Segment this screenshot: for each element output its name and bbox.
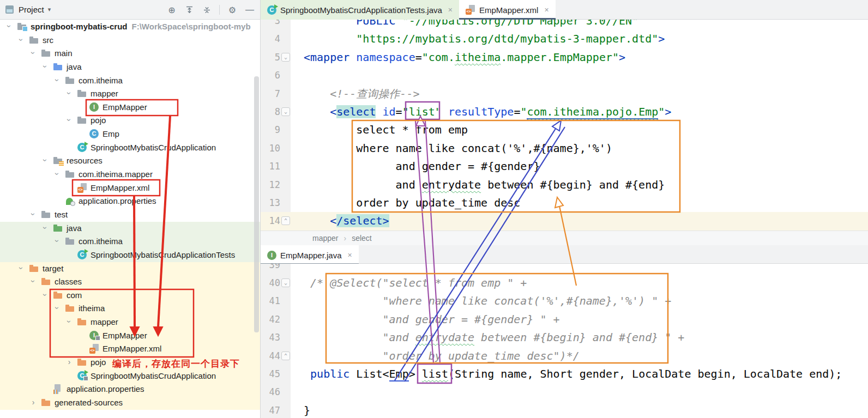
run-badge-icon: [85, 142, 88, 146]
chevron-expanded-icon[interactable]: ›: [17, 264, 26, 272]
tree-item[interactable]: EmpMapper.xml: [0, 181, 260, 195]
project-badge-icon: [22, 26, 28, 32]
breadcrumb-item[interactable]: mapper: [312, 234, 338, 243]
code-token: .mapper.EmpMapper": [501, 51, 619, 64]
tree-item[interactable]: ›itheima: [0, 302, 260, 316]
fold-marker-icon[interactable]: ⌄: [281, 53, 290, 62]
chevron-expanded-icon[interactable]: ›: [17, 36, 26, 44]
tree-item[interactable]: ›com.itheima: [0, 235, 260, 249]
fold-marker-icon[interactable]: ⌃: [281, 352, 290, 360]
tree-item[interactable]: ›main: [0, 47, 260, 60]
fold-marker-icon[interactable]: ⌄: [281, 107, 290, 116]
chevron-expanded-icon[interactable]: ›: [53, 76, 62, 84]
chevron-expanded-icon[interactable]: ›: [65, 318, 74, 325]
tree-item[interactable]: CSpringbootMybatisCrudApplication: [0, 369, 260, 383]
tree-item[interactable]: ›springboot-mybatis-crudF:\WorkSpace\spr…: [0, 20, 260, 34]
code-token: [304, 20, 356, 27]
tree-item[interactable]: IEmpMapper: [0, 329, 260, 343]
code-text: PUBLIC "-//mybatis.org//DTD Mapper 3.0//…: [304, 20, 638, 30]
tree-item[interactable]: application.properties: [0, 383, 260, 396]
tab-empmapper-xml[interactable]: EmpMapper.xml×: [459, 0, 556, 20]
tree-item[interactable]: ›java: [0, 222, 260, 235]
close-icon[interactable]: ×: [544, 5, 548, 14]
project-tree-scrollbar[interactable]: [254, 76, 259, 332]
tree-item[interactable]: ›test: [0, 208, 260, 222]
tree-item-label: resources: [67, 156, 103, 165]
tab-tests-java[interactable]: CSpringbootMybatisCrudApplicationTests.j…: [261, 0, 459, 20]
chevron-expanded-icon[interactable]: ›: [41, 291, 50, 299]
gear-icon[interactable]: ⚙: [227, 5, 237, 15]
code-token: select * from emp: [304, 123, 468, 136]
tree-item[interactable]: EmpMapper.xml: [0, 342, 260, 356]
folder-gray-icon: [41, 210, 51, 220]
tree-item[interactable]: IEmpMapper: [0, 101, 260, 114]
chevron-expanded-icon[interactable]: ›: [41, 224, 50, 232]
tab-empmapper-java[interactable]: IEmpMapper.java×: [261, 245, 359, 265]
chevron-expanded-icon[interactable]: ›: [53, 170, 62, 178]
line-number: 5: [261, 49, 280, 66]
tree-item[interactable]: ›mapper: [0, 87, 260, 101]
code-token: "list": [402, 105, 442, 118]
tree-item[interactable]: ›com.itheima: [0, 74, 260, 88]
boot-icon: C: [77, 371, 87, 380]
project-panel-title[interactable]: Project: [19, 5, 44, 14]
chevron-expanded-icon[interactable]: ›: [41, 63, 50, 70]
chevron-expanded-icon[interactable]: ›: [53, 237, 62, 245]
line-number: 42: [261, 311, 280, 329]
props-icon: [65, 196, 75, 206]
line-number: 12: [261, 176, 280, 194]
iface-icon: I: [89, 102, 99, 112]
tree-item[interactable]: ›target: [0, 262, 260, 276]
tree-item[interactable]: ›resources: [0, 154, 260, 168]
code-token: between #{begin} and #{end}: [481, 178, 665, 191]
code-text: </select>: [304, 212, 389, 230]
breadcrumb-item[interactable]: select: [352, 234, 372, 243]
collapse-all-icon[interactable]: [202, 5, 212, 15]
java-editor[interactable]: 3940⌄ /* @Select("select * from emp " +4…: [261, 264, 868, 418]
class-icon: C: [89, 129, 99, 138]
tree-item[interactable]: ›com.itheima.mapper: [0, 168, 260, 181]
close-icon[interactable]: ×: [448, 5, 453, 14]
tree-item[interactable]: ›pojo: [0, 114, 260, 128]
code-token: [376, 105, 382, 118]
tree-item[interactable]: ›java: [0, 60, 260, 74]
hide-panel-icon[interactable]: —: [245, 5, 255, 15]
chevron-expanded-icon[interactable]: ›: [65, 89, 74, 97]
chevron-expanded-icon[interactable]: ›: [29, 277, 38, 285]
close-icon[interactable]: ×: [348, 251, 352, 259]
chevron-down-icon[interactable]: ▾: [48, 6, 51, 13]
tree-item-label: springboot-mybatis-crudF:\WorkSpace\spri…: [31, 22, 251, 31]
locate-file-icon[interactable]: ⊕: [167, 5, 177, 15]
folder-gray-icon: [41, 49, 51, 58]
folder-orange-icon: [41, 398, 51, 408]
code-token: >: [665, 105, 671, 118]
chevron-expanded-icon[interactable]: ›: [29, 210, 38, 218]
tree-item[interactable]: application.properties: [0, 195, 260, 208]
chevron-expanded-icon[interactable]: ›: [41, 156, 50, 164]
chevron-collapsed-icon[interactable]: ›: [65, 358, 73, 366]
tree-item[interactable]: ›generated-sources: [0, 396, 260, 410]
chevron-collapsed-icon[interactable]: ›: [29, 398, 37, 407]
tree-item[interactable]: ›com: [0, 289, 260, 302]
chevron-expanded-icon[interactable]: ›: [29, 49, 38, 57]
tree-item[interactable]: CSpringbootMybatisCrudApplication: [0, 141, 260, 155]
tree-item[interactable]: ›src: [0, 34, 260, 47]
expand-all-icon[interactable]: [184, 5, 194, 15]
chevron-expanded-icon[interactable]: ›: [65, 116, 74, 124]
tree-item[interactable]: ›mapper: [0, 316, 260, 329]
tree-item[interactable]: CEmp: [0, 128, 260, 141]
tree-item[interactable]: ›classes: [0, 275, 260, 289]
tree-item[interactable]: CSpringbootMybatisCrudApplicationTests: [0, 249, 260, 262]
chevron-expanded-icon[interactable]: ›: [5, 22, 14, 30]
fold-marker-icon[interactable]: ⌄: [281, 278, 290, 287]
xml-editor[interactable]: 3 PUBLIC "-//mybatis.org//DTD Mapper 3.0…: [261, 20, 868, 231]
code-token: order by update_time desc: [304, 196, 520, 209]
tree-item-label: test: [55, 210, 68, 219]
code-token: /* @Select("select * from emp " +: [310, 276, 527, 289]
iface-icon: I: [267, 251, 276, 260]
code-token: <: [330, 105, 336, 118]
resources-badge-icon: [59, 161, 64, 166]
run-badge-icon: [85, 370, 88, 374]
fold-marker-icon[interactable]: ⌃: [281, 216, 290, 225]
chevron-expanded-icon[interactable]: ›: [53, 304, 62, 312]
